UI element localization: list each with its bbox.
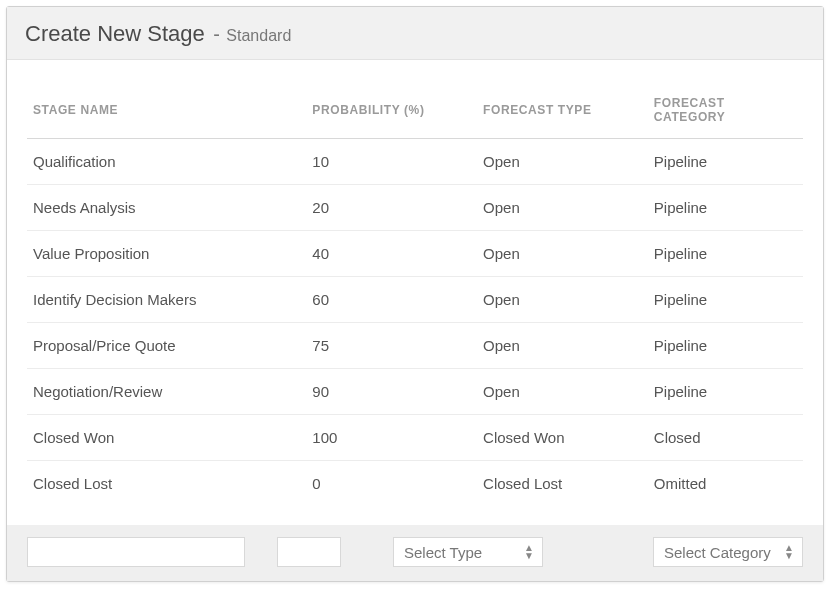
cell-name: Proposal/Price Quote: [27, 323, 306, 369]
cell-forecast-type: Open: [477, 185, 648, 231]
cell-forecast-category: Pipeline: [648, 185, 803, 231]
cell-probability: 60: [306, 277, 477, 323]
col-header-probability: PROBABILITY (%): [306, 82, 477, 139]
new-stage-forecast-type-select[interactable]: Select Type ▲▼: [393, 537, 543, 567]
cell-probability: 0: [306, 461, 477, 507]
cell-probability: 100: [306, 415, 477, 461]
table-row[interactable]: Identify Decision Makers60OpenPipeline: [27, 277, 803, 323]
cell-probability: 20: [306, 185, 477, 231]
col-header-forecast-category: FORECAST CATEGORY: [648, 82, 803, 139]
cell-name: Identify Decision Makers: [27, 277, 306, 323]
cell-forecast-type: Closed Lost: [477, 461, 648, 507]
new-stage-row: Select Type ▲▼ Select Category ▲▼: [7, 525, 823, 581]
page-subtype: Standard: [226, 27, 291, 44]
cell-probability: 75: [306, 323, 477, 369]
cell-forecast-type: Open: [477, 277, 648, 323]
cell-forecast-category: Pipeline: [648, 277, 803, 323]
table-row[interactable]: Needs Analysis20OpenPipeline: [27, 185, 803, 231]
create-stage-panel: Create New Stage - Standard STAGE NAME P…: [6, 6, 824, 582]
new-stage-probability-input[interactable]: [277, 537, 341, 567]
table-row[interactable]: Qualification10OpenPipeline: [27, 139, 803, 185]
stages-table: STAGE NAME PROBABILITY (%) FORECAST TYPE…: [27, 82, 803, 506]
cell-forecast-type: Open: [477, 231, 648, 277]
table-row[interactable]: Closed Won100Closed WonClosed: [27, 415, 803, 461]
cell-probability: 10: [306, 139, 477, 185]
cell-forecast-category: Pipeline: [648, 323, 803, 369]
cell-name: Closed Lost: [27, 461, 306, 507]
select-category-label: Select Category: [664, 544, 771, 561]
col-header-stage-name: STAGE NAME: [27, 82, 306, 139]
cell-forecast-type: Open: [477, 369, 648, 415]
col-header-forecast-type: FORECAST TYPE: [477, 82, 648, 139]
cell-probability: 40: [306, 231, 477, 277]
title-separator: -: [213, 23, 220, 45]
table-header-row: STAGE NAME PROBABILITY (%) FORECAST TYPE…: [27, 82, 803, 139]
cell-forecast-category: Pipeline: [648, 231, 803, 277]
cell-name: Qualification: [27, 139, 306, 185]
table-row[interactable]: Proposal/Price Quote75OpenPipeline: [27, 323, 803, 369]
cell-forecast-type: Open: [477, 139, 648, 185]
cell-name: Value Proposition: [27, 231, 306, 277]
new-stage-forecast-category-select[interactable]: Select Category ▲▼: [653, 537, 803, 567]
cell-name: Negotiation/Review: [27, 369, 306, 415]
select-type-label: Select Type: [404, 544, 482, 561]
cell-probability: 90: [306, 369, 477, 415]
cell-forecast-category: Pipeline: [648, 369, 803, 415]
cell-forecast-category: Pipeline: [648, 139, 803, 185]
new-stage-name-input[interactable]: [27, 537, 245, 567]
table-container: STAGE NAME PROBABILITY (%) FORECAST TYPE…: [7, 60, 823, 525]
cell-name: Needs Analysis: [27, 185, 306, 231]
chevron-sort-icon: ▲▼: [524, 544, 534, 560]
table-row[interactable]: Value Proposition40OpenPipeline: [27, 231, 803, 277]
panel-header: Create New Stage - Standard: [7, 7, 823, 60]
cell-forecast-type: Closed Won: [477, 415, 648, 461]
cell-name: Closed Won: [27, 415, 306, 461]
table-row[interactable]: Closed Lost0Closed LostOmitted: [27, 461, 803, 507]
cell-forecast-category: Closed: [648, 415, 803, 461]
cell-forecast-type: Open: [477, 323, 648, 369]
table-row[interactable]: Negotiation/Review90OpenPipeline: [27, 369, 803, 415]
chevron-sort-icon: ▲▼: [784, 544, 794, 560]
cell-forecast-category: Omitted: [648, 461, 803, 507]
page-title: Create New Stage: [25, 21, 205, 46]
